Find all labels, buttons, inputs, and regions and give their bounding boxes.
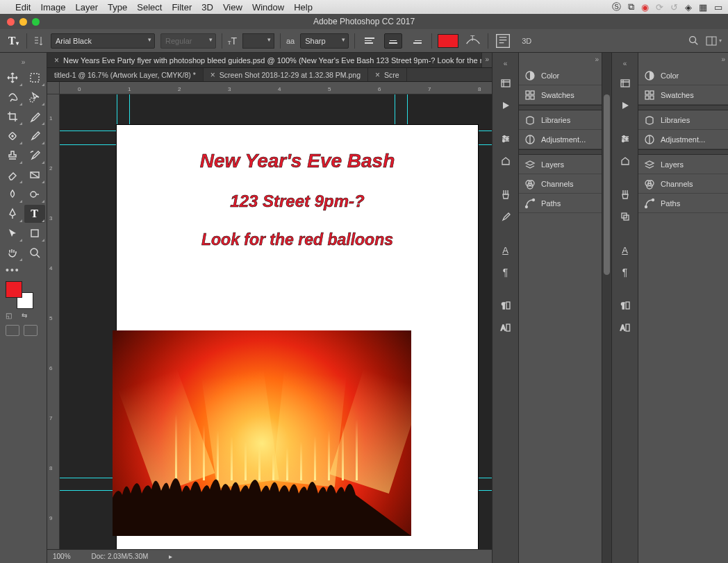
- actions-panel-icon[interactable]: [496, 96, 515, 115]
- menu-3d[interactable]: 3D: [201, 2, 213, 12]
- skype-icon[interactable]: Ⓢ: [612, 1, 621, 13]
- tab-close-icon[interactable]: ×: [210, 70, 215, 80]
- scrollbar-vertical[interactable]: [602, 53, 611, 563]
- sync-icon[interactable]: ⟳: [656, 2, 663, 12]
- menu-edit[interactable]: Edit: [15, 2, 31, 12]
- menu-select[interactable]: Select: [137, 2, 162, 12]
- document-tab-main[interactable]: × New Years Eve Party flyer with photosh…: [47, 53, 482, 67]
- document-tab-1[interactable]: titled-1 @ 16.7% (Artwork Layer, CMYK/8)…: [47, 68, 204, 81]
- workspace-switcher-button[interactable]: ▾: [704, 33, 722, 49]
- ruler-origin[interactable]: [47, 82, 60, 94]
- antialias-select[interactable]: Sharp: [300, 33, 349, 49]
- warp-text-button[interactable]: T: [464, 33, 482, 49]
- brushes-panel-icon[interactable]: [615, 185, 635, 203]
- font-family-select[interactable]: Arial Black: [51, 33, 155, 49]
- para-styles-panel-icon[interactable]: A: [496, 319, 515, 337]
- layers-panel-tab[interactable]: Layers: [519, 155, 602, 174]
- canvas-viewport[interactable]: 01234567891011 12345678910 New Year's Ev…: [47, 82, 492, 549]
- flyer-image-layer[interactable]: [113, 330, 411, 536]
- character-panel-icon[interactable]: A: [496, 241, 515, 259]
- info-panel-icon[interactable]: [496, 152, 515, 170]
- doc-size[interactable]: Doc: 2.03M/5.30M: [92, 553, 149, 560]
- navigator-panel-icon[interactable]: [615, 152, 635, 170]
- window-zoom-button[interactable]: [32, 18, 40, 26]
- font-style-select[interactable]: Regular: [160, 33, 216, 49]
- scrollbar-thumb[interactable]: [604, 94, 610, 275]
- quick-select-tool[interactable]: [24, 88, 45, 106]
- color-panel-tab[interactable]: Color: [638, 66, 728, 85]
- adjustments-panel-tab[interactable]: Adjustment...: [638, 130, 728, 149]
- align-left-button[interactable]: [361, 33, 379, 49]
- menu-image[interactable]: Image: [40, 2, 65, 12]
- date-icon[interactable]: ▦: [699, 2, 707, 12]
- swatches-panel-tab[interactable]: Swatches: [638, 85, 728, 105]
- color-panel-tab[interactable]: Color: [519, 66, 602, 85]
- paths-panel-tab[interactable]: Paths: [638, 194, 728, 213]
- paragraph-panel-icon[interactable]: ¶: [496, 263, 515, 281]
- wifi-icon[interactable]: ◈: [685, 2, 692, 12]
- menu-help[interactable]: Help: [294, 2, 313, 12]
- properties-panel-icon[interactable]: [615, 130, 635, 148]
- gradient-tool[interactable]: [24, 166, 45, 184]
- search-icon[interactable]: [688, 35, 699, 47]
- dodge-tool[interactable]: [24, 185, 45, 203]
- brush-presets-panel-icon[interactable]: [496, 208, 515, 226]
- paragraph-panel-icon[interactable]: ¶: [615, 263, 635, 281]
- character-panel-button[interactable]: [494, 33, 512, 49]
- font-size-input[interactable]: [242, 33, 274, 49]
- foreground-color-swatch[interactable]: [6, 281, 22, 298]
- document-tab-3[interactable]: ×Scre: [368, 68, 407, 81]
- align-right-button[interactable]: [408, 33, 426, 49]
- channels-panel-tab[interactable]: Channels: [638, 174, 728, 194]
- 3d-button[interactable]: 3D: [518, 33, 536, 49]
- brushes-panel-icon[interactable]: [496, 185, 515, 203]
- tab-close-icon[interactable]: ×: [54, 56, 59, 65]
- path-select-tool[interactable]: [2, 224, 23, 242]
- marquee-tool[interactable]: [24, 69, 45, 87]
- type-tool[interactable]: T: [24, 205, 45, 223]
- history-panel-icon[interactable]: [496, 74, 515, 92]
- status-more-icon[interactable]: ▸: [169, 553, 172, 560]
- menu-layer[interactable]: Layer: [76, 2, 99, 12]
- dock-collapse-icon[interactable]: »: [592, 53, 602, 66]
- zoom-tool[interactable]: [24, 244, 45, 262]
- battery-icon[interactable]: ▭: [714, 2, 722, 12]
- canvas[interactable]: New Year's Eve Bash 123 Street 9pm-? Loo…: [117, 125, 478, 549]
- menu-view[interactable]: View: [223, 2, 242, 12]
- dock-collapse-icon[interactable]: »: [718, 53, 728, 66]
- brush-tool[interactable]: [24, 127, 45, 145]
- healing-tool[interactable]: [2, 127, 23, 145]
- dock-collapse-icon[interactable]: «: [501, 57, 511, 70]
- tabs-overflow-icon[interactable]: »: [482, 53, 492, 67]
- swap-colors-icon[interactable]: ⇆: [22, 312, 27, 319]
- hand-tool[interactable]: [2, 244, 23, 262]
- char-styles-panel-icon[interactable]: ¶: [615, 296, 635, 314]
- eraser-tool[interactable]: [2, 166, 23, 184]
- screenmode-button[interactable]: [24, 325, 38, 336]
- eyedropper-tool[interactable]: [24, 108, 45, 126]
- actions-panel-icon[interactable]: [615, 96, 635, 115]
- history-brush-tool[interactable]: [24, 146, 45, 165]
- tools-collapse-icon[interactable]: »: [19, 56, 28, 69]
- stamp-tool[interactable]: [2, 146, 23, 165]
- timemachine-icon[interactable]: ↺: [670, 2, 678, 12]
- default-colors-icon[interactable]: ◱: [6, 312, 12, 319]
- color-picker[interactable]: [6, 281, 33, 309]
- paths-panel-tab[interactable]: Paths: [519, 194, 602, 213]
- ruler-horizontal[interactable]: 01234567891011: [60, 82, 492, 94]
- swatches-panel-tab[interactable]: Swatches: [519, 85, 602, 105]
- zoom-level[interactable]: 100%: [53, 553, 71, 560]
- record-icon[interactable]: ◉: [641, 2, 649, 12]
- window-minimize-button[interactable]: [19, 18, 27, 26]
- text-color-swatch[interactable]: [438, 34, 458, 48]
- para-styles-panel-icon[interactable]: A: [615, 319, 635, 337]
- blur-tool[interactable]: [2, 185, 23, 203]
- ruler-vertical[interactable]: 12345678910: [47, 94, 60, 549]
- dropbox-icon[interactable]: ⧉: [628, 1, 634, 12]
- flyer-text-layer[interactable]: New Year's Eve Bash 123 Street 9pm-? Loo…: [117, 125, 478, 276]
- move-tool[interactable]: [2, 69, 23, 87]
- shape-tool[interactable]: [24, 224, 45, 242]
- quickmask-button[interactable]: [6, 325, 19, 336]
- edit-toolbar-button[interactable]: •••: [6, 264, 20, 276]
- document-tab-2[interactable]: ×Screen Shot 2018-12-29 at 1.32.38 PM.pn…: [204, 68, 368, 81]
